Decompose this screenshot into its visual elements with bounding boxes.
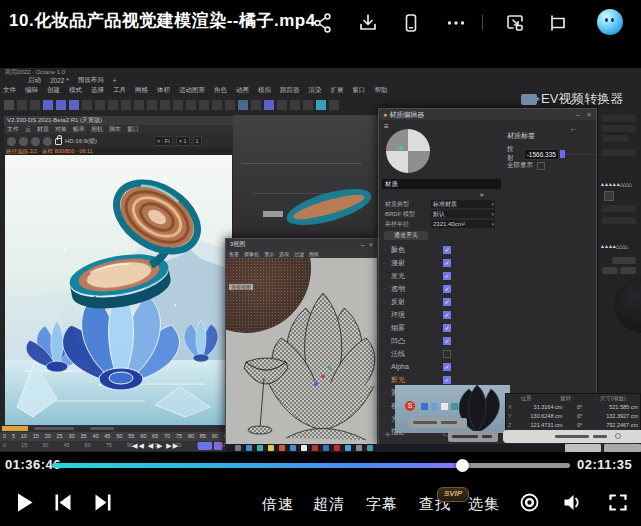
channel-dot <box>383 416 391 422</box>
subtitles-button[interactable]: 字幕 <box>366 495 398 514</box>
show-all-checkbox <box>537 162 545 170</box>
taskbar-clock <box>604 444 641 452</box>
c4d-menu-item: 工具 <box>113 86 126 95</box>
fullscreen-icon[interactable] <box>609 494 627 511</box>
material-property-row: BRDF 模型 默认 <box>385 209 497 219</box>
render-toolbar-boxes: × : Ft× 11 <box>154 136 205 146</box>
frame-tick: 5 <box>12 432 15 441</box>
render-menu-item: 对象 <box>55 125 67 134</box>
channel-checkbox <box>443 337 451 345</box>
screenshot-icon[interactable] <box>504 12 526 34</box>
frame-tick: 30 <box>69 432 75 441</box>
previous-button[interactable] <box>54 494 72 511</box>
render-toolbar-box: 1 <box>193 136 202 146</box>
player-top-bar: 10.化妆品产品视觉建模渲染--橘子.mp4 <box>0 0 641 68</box>
next-button[interactable] <box>94 494 112 511</box>
c4d-menu-item: 编辑 <box>25 86 38 95</box>
taskbar-app-icon <box>246 445 252 451</box>
channel-dot <box>383 338 391 344</box>
plugin-logo-icon: S <box>405 401 415 411</box>
screen: 10.化妆品产品视觉建模渲染--橘子.mp4 <box>0 0 641 526</box>
wireframe-window: 3视图 查看摄像机显示选项过滤面板 透视视图 <box>225 238 378 445</box>
channel-dot <box>383 390 391 396</box>
channel-row: 凹凸 <box>383 334 495 347</box>
channel-dot <box>383 312 391 318</box>
player-bottom-bar: 01:36:46 02:11:35 倍速 超清 字幕 查找 SVIP 选集 <box>0 452 641 526</box>
topbar-divider <box>482 15 483 30</box>
c4d-toolbar-button <box>94 99 106 111</box>
channel-section-chip: 通道开关 <box>384 231 428 240</box>
channel-dot <box>383 247 391 253</box>
user-avatar[interactable] <box>597 9 623 35</box>
frame-tick: 45 <box>104 432 110 441</box>
material-property-row: 采样半径 2321.40cm² <box>385 219 497 229</box>
frame-tick: 0 <box>3 432 6 441</box>
minimize-icon <box>361 239 365 250</box>
download-icon[interactable] <box>357 12 379 34</box>
share-icon[interactable] <box>312 12 334 34</box>
c4d-tab: 预设布局 <box>78 76 104 85</box>
material-name-field: 材质 <box>382 179 501 189</box>
frame-tick: 50 <box>116 432 122 441</box>
more-icon[interactable] <box>445 12 467 34</box>
mini-player-icon[interactable] <box>547 12 569 34</box>
taskbar-app-icon <box>301 445 307 451</box>
speed-button[interactable]: 倍速 <box>262 495 294 514</box>
coordinates-panel: 位置旋转尺寸(缩放) X 31.3164 cm 0° 521.585 cm Y … <box>505 393 641 432</box>
wireframe-menu-item: 选项 <box>279 251 289 257</box>
quality-button[interactable]: 超清 <box>313 495 345 514</box>
taskbar-app-icon <box>235 445 241 451</box>
c4d-toolbar-button <box>237 99 249 111</box>
back-arrow-icon <box>569 124 577 133</box>
wireframe-window-title: 3视图 <box>226 239 377 250</box>
frame-tick: 90 <box>212 432 218 441</box>
c4d-toolbar-button <box>146 99 158 111</box>
render-window-toolbar: HD:16:9(锁) × : Ft× 11 <box>4 134 233 148</box>
progress-fill <box>52 463 463 468</box>
timeline-marker-chip <box>198 442 212 450</box>
render-window-title: V2.330-DS 2021-Beta2 R1 (天翼版) <box>4 116 233 125</box>
render-toolbar-box: × : Ft <box>154 136 173 146</box>
video-surface[interactable]: 商用2022 · Octane 1.0 启动2022 *预设布局+ 文件编辑创建… <box>0 68 641 452</box>
channel-checkbox <box>443 285 451 293</box>
channel-dot <box>383 364 391 370</box>
c4d-toolbar-button <box>159 99 171 111</box>
channel-checkbox <box>443 324 451 332</box>
c4d-tabs: 启动2022 *预设布局+ <box>28 76 126 85</box>
progress-knob[interactable] <box>456 459 469 472</box>
camera-zoom-chip <box>448 431 498 442</box>
frame-tick: 35 <box>80 432 86 441</box>
viewport-corner: S <box>395 385 510 433</box>
taskbar-app-icon <box>257 445 263 451</box>
viewport-chip <box>263 211 283 217</box>
channel-dot <box>383 273 391 279</box>
taskbar-app-icon <box>356 445 362 451</box>
c4d-menu-item: 模式 <box>69 86 82 95</box>
taskbar-app-icon <box>367 445 373 451</box>
wireframe-window-menu: 查看摄像机显示选项过滤面板 <box>226 250 377 258</box>
channel-dot <box>383 325 391 331</box>
c4d-menu-item: 体积 <box>157 86 170 95</box>
projection-value-field: -1566.335 <box>524 149 559 160</box>
material-property-rows: 材质类型 标准材质 BRDF 模型 默认 采样半径 2321.40cm² <box>385 199 497 229</box>
volume-icon[interactable] <box>562 493 582 512</box>
play-button[interactable] <box>16 492 34 513</box>
frame-tick: 40 <box>92 432 98 441</box>
coords-header: 位置旋转尺寸(缩放) <box>506 394 640 402</box>
second-tick: 75 <box>106 441 112 451</box>
record-circle-icon[interactable] <box>520 493 539 512</box>
material-preview-sphere <box>386 129 430 173</box>
channel-row: 法线 <box>383 347 495 360</box>
phone-cast-icon[interactable] <box>400 12 422 34</box>
progress-bar[interactable] <box>52 463 570 468</box>
frame-tick: 55 <box>128 432 134 441</box>
c4d-toolbar-button <box>55 99 67 111</box>
episodes-button[interactable]: 选集 <box>468 495 500 514</box>
hamburger-icon <box>384 122 389 131</box>
channel-dot <box>383 260 391 266</box>
taskbar-app-icon <box>323 445 329 451</box>
c4d-toolbar-button <box>133 99 145 111</box>
c4d-menu-item: 扩展 <box>331 86 344 95</box>
taskbar-app-icon <box>345 445 351 451</box>
channel-checkbox <box>443 376 451 384</box>
